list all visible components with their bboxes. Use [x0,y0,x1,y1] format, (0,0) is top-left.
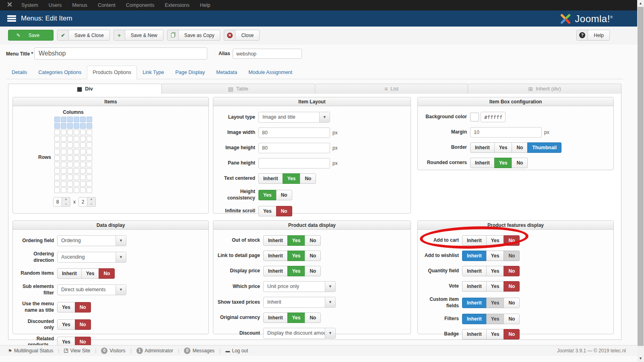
grid-cell[interactable] [87,175,92,180]
save-close-button[interactable]: ✔Save & Close [57,30,110,41]
topnav-item-help[interactable]: Help [195,0,216,10]
scroll-down-icon[interactable]: ▼ [637,355,644,362]
toggle-option-yes[interactable]: Yes [494,142,512,153]
grid-cell[interactable] [67,130,73,135]
grid-cell[interactable] [67,123,73,129]
toggle-option-no[interactable]: No [504,235,520,246]
grid-cell[interactable] [67,149,73,154]
grid-cell[interactable] [80,155,86,161]
footer-item-messages[interactable]: 0Messages [179,348,219,354]
scrollbar[interactable]: ▲ ▼ [637,0,644,362]
grid-cell[interactable] [80,181,86,187]
save-as-copy-button[interactable]: Save as Copy [167,30,221,41]
toggle-option-no[interactable]: No [504,298,520,308]
show-taxed-prices-select[interactable]: Inherit▼ [263,297,336,308]
toggle-option-no[interactable]: No [276,190,292,200]
toggle-option-inherit[interactable]: Inherit [462,251,487,261]
topnav-item-extensions[interactable]: Extensions [160,0,195,10]
decrement-icon[interactable]: − [87,202,95,206]
grid-cell[interactable] [87,130,92,135]
grid-cell[interactable] [67,162,73,167]
grid-cell[interactable] [74,181,79,187]
toggle-option-yes[interactable]: Yes [81,268,99,279]
menu-title-input[interactable] [34,47,207,60]
tab-module-assignment[interactable]: Module Assignment [243,66,298,79]
grid-cell[interactable] [87,149,92,154]
grid-cell[interactable] [74,117,79,122]
toggle-option-no[interactable]: No [305,251,321,261]
subtab-table[interactable]: ▤Table [162,84,315,94]
grid-cell[interactable] [87,136,92,142]
topnav-item-components[interactable]: Components [121,0,160,10]
ordering-field-select[interactable]: Ordering▼ [57,235,126,246]
toggle-option-no[interactable]: No [300,173,316,184]
toggle-option-yes[interactable]: Yes [494,158,512,168]
grid-cell[interactable] [87,168,92,174]
grid-cell[interactable] [54,149,60,154]
which-price-select[interactable]: Unit price only▼ [263,281,336,292]
footer-item-visitors[interactable]: 0Visitors [96,348,130,354]
grid-cell[interactable] [87,142,92,148]
tab-page-display[interactable]: Page Display [169,66,211,79]
grid-cell[interactable] [87,117,92,122]
tab-details[interactable]: Details [6,66,33,79]
toggle-option-no[interactable]: No [504,266,520,276]
increment-icon[interactable]: + [62,197,70,202]
topnav-item-system[interactable]: System [16,0,43,10]
grid-cell[interactable] [87,162,92,167]
scroll-up-icon[interactable]: ▲ [637,0,644,7]
margin-input[interactable] [470,127,542,138]
toggle-option-inherit[interactable]: Inherit [263,235,288,246]
toggle-option-yes[interactable]: Yes [486,329,504,339]
grid-cell[interactable] [61,155,66,161]
toggle-option-yes[interactable]: Yes [287,266,305,276]
toggle-option-yes[interactable]: Yes [287,235,305,246]
grid-cell[interactable] [61,142,66,148]
grid-cell[interactable] [61,181,66,187]
toggle-option-yes[interactable]: Yes [258,190,277,200]
menu-toggle-icon[interactable] [7,15,16,22]
grid-cell[interactable] [80,168,86,174]
toggle-option-yes[interactable]: Yes [283,173,301,184]
grid-cell[interactable] [54,175,60,180]
grid-cell[interactable] [54,155,60,161]
rows-stepper[interactable]: +− [87,197,96,207]
subtab-inherit-div[interactable]: ⊞Inherit (div) [468,84,621,94]
grid-cell[interactable] [80,162,86,167]
grid-cell[interactable] [74,142,79,148]
footer-item-administrator[interactable]: 1Administrator [132,348,178,354]
grid-cell[interactable] [61,117,66,122]
grid-cell[interactable] [54,187,60,193]
grid-cell[interactable] [74,130,79,135]
increment-icon[interactable]: + [87,197,95,202]
layout-type-select[interactable]: Image and title▼ [258,112,330,123]
grid-cell[interactable] [87,123,92,129]
toggle-option-no[interactable]: No [305,313,321,323]
toggle-option-yes[interactable]: Yes [287,251,305,261]
grid-cell[interactable] [67,175,73,180]
toggle-option-inherit[interactable]: Inherit [263,266,288,276]
toggle-option-inherit[interactable]: Inherit [258,173,283,184]
footer-item-log-out[interactable]: ▬Log out [221,348,253,354]
grid-cell[interactable] [54,142,60,148]
items-grid[interactable] [54,117,92,193]
grid-cell[interactable] [74,155,79,161]
grid-cell[interactable] [61,136,66,142]
grid-cell[interactable] [54,136,60,142]
grid-cell[interactable] [54,168,60,174]
toggle-option-no[interactable]: No [504,251,520,261]
toggle-option-inherit[interactable]: Inherit [462,314,487,324]
grid-cell[interactable] [74,149,79,154]
background-color-swatch[interactable] [470,113,479,121]
toggle-option-no[interactable]: No [305,266,321,276]
sub-elements-filter-select[interactable]: Direct sub elements▼ [57,284,126,295]
discount-select[interactable]: Display the discount amount▼ [263,328,336,339]
tab-categories-options[interactable]: Categories Options [33,66,87,79]
columns-stepper[interactable]: +− [62,197,70,207]
tab-metadata[interactable]: Metadata [211,66,243,79]
grid-cell[interactable] [67,117,73,122]
toggle-option-inherit[interactable]: Inherit [462,329,487,339]
toggle-option-inherit[interactable]: Inherit [462,235,487,246]
grid-cell[interactable] [61,162,66,167]
grid-cell[interactable] [67,168,73,174]
